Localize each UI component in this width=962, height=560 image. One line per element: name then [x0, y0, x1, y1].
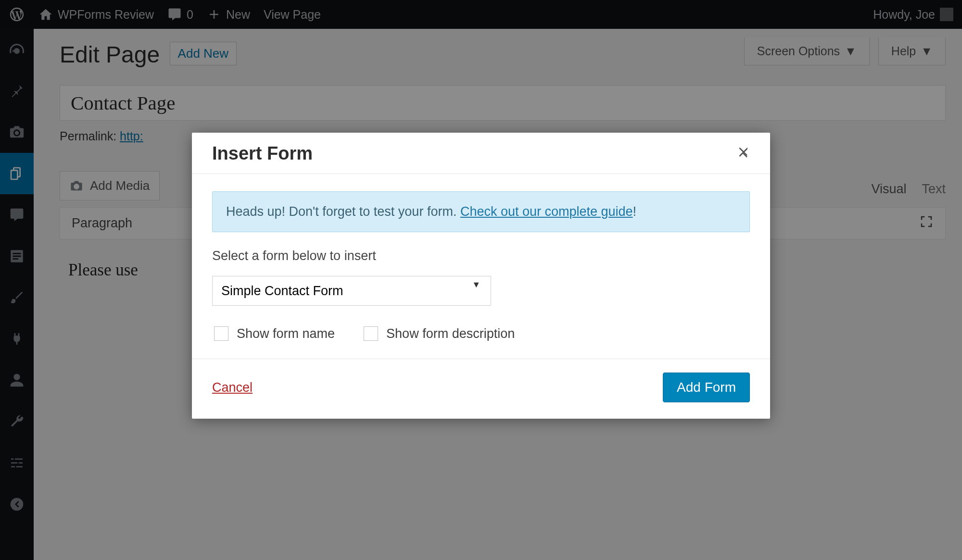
show-desc-label: Show form description [386, 326, 515, 341]
insert-form-modal: Insert Form Heads up! Don't forget to te… [192, 133, 770, 419]
show-form-description-checkbox[interactable]: Show form description [362, 325, 515, 342]
notice-suffix: ! [633, 204, 637, 219]
modal-overlay[interactable]: Insert Form Heads up! Don't forget to te… [0, 0, 962, 560]
form-select[interactable]: Simple Contact Form [212, 276, 491, 306]
form-select-label: Select a form below to insert [212, 249, 750, 263]
show-form-name-checkbox[interactable]: Show form name [212, 325, 335, 342]
notice-guide-link[interactable]: Check out our complete guide [460, 204, 633, 219]
notice-banner: Heads up! Don't forget to test your form… [212, 191, 750, 232]
modal-title: Insert Form [212, 143, 313, 164]
show-desc-check-input[interactable] [364, 326, 378, 341]
close-icon[interactable] [736, 146, 751, 162]
show-name-check-input[interactable] [214, 326, 228, 341]
notice-prefix: Heads up! Don't forget to test your form… [226, 204, 460, 219]
add-form-button[interactable]: Add Form [663, 373, 750, 402]
cancel-button[interactable]: Cancel [212, 380, 253, 395]
show-name-label: Show form name [237, 326, 335, 341]
